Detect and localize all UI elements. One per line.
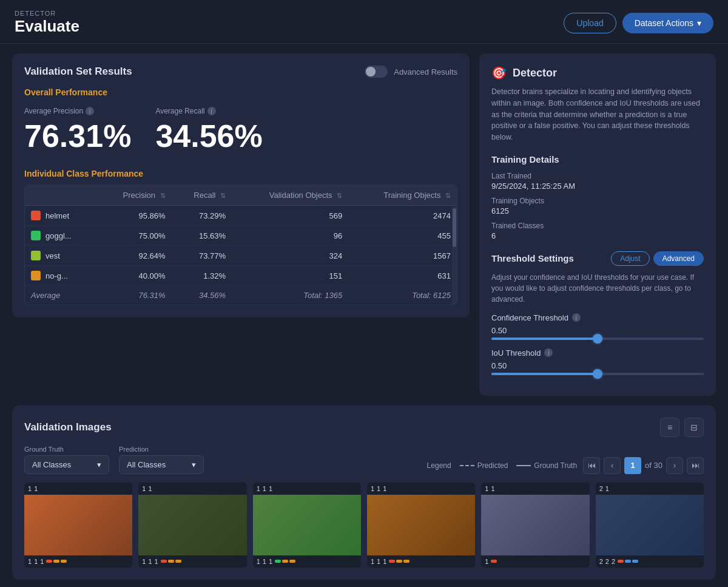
image-count-badge: 1 (485, 558, 488, 565)
image-color-dot (168, 560, 174, 563)
overall-perf-title: Overall Performance (24, 87, 457, 97)
legend-row: Legend Predicted Ground Truth (427, 461, 577, 470)
scrollbar[interactable] (452, 207, 457, 305)
ground-truth-legend-label: Ground Truth (534, 461, 577, 470)
confidence-label-row: Confidence Threshold i (491, 313, 704, 322)
page-subtitle: DETECTOR (15, 10, 79, 17)
image-badge: 1 (371, 485, 374, 492)
image-color-dot (46, 560, 52, 563)
avg-precision-cell: 76.31% (96, 286, 171, 305)
image-placeholder (596, 495, 704, 555)
avg-precision-label: Average Precision i (24, 107, 131, 115)
image-dot-row (275, 560, 295, 563)
confidence-info-icon[interactable]: i (572, 313, 581, 322)
image-bottom-bar: 222 (596, 555, 704, 568)
image-dot-row (161, 560, 181, 563)
advanced-results-toggle[interactable] (365, 66, 388, 78)
training-objects-row: Training Objects 6125 (491, 197, 704, 215)
pagination-row: ⏮ ‹ 1 of 30 › ⏭ (583, 457, 704, 474)
chevron-down-icon: ▾ (192, 460, 196, 469)
col-recall: Recall ⇅ (172, 185, 232, 206)
threshold-header: Threshold Settings Adjust Advanced (491, 251, 704, 266)
image-badge: 1 (383, 485, 386, 492)
prev-page-button[interactable]: ‹ (604, 457, 621, 474)
ground-truth-select[interactable]: All Classes ▾ (24, 455, 109, 474)
image-bottom-bar: 111 (138, 555, 246, 568)
image-badge: 1 (34, 485, 38, 492)
adjust-button[interactable]: Adjust (611, 251, 649, 266)
image-color-dot (161, 560, 167, 563)
training-details-title: Training Details (491, 154, 704, 165)
images-controls: ≡ ⊟ (660, 418, 704, 437)
iou-slider-thumb[interactable] (593, 369, 602, 379)
iou-label-row: IoU Threshold i (491, 348, 704, 358)
advanced-button[interactable]: Advanced (653, 251, 704, 266)
image-placeholder (367, 495, 475, 555)
confidence-threshold-name: Confidence Threshold (491, 313, 568, 322)
image-badge: 1 (263, 485, 266, 492)
trained-classes-value: 6 (491, 231, 704, 240)
image-color-dot (491, 560, 497, 563)
detector-title: Detector (513, 67, 557, 80)
confidence-slider-thumb[interactable] (593, 334, 602, 344)
image-count-badge: 1 (263, 558, 266, 565)
precision-cell: 75.00% (96, 226, 171, 246)
scroll-thumb (453, 208, 456, 247)
training-objects-value: 6125 (491, 206, 704, 215)
next-page-button[interactable]: › (666, 457, 683, 474)
class-cell: helmet (25, 206, 96, 226)
header-left: DETECTOR Evaluate (15, 10, 79, 36)
table-row: goggl... 75.00% 15.63% 96 455 (25, 226, 457, 246)
predicted-legend-item: Predicted (460, 461, 508, 470)
image-color-dot (403, 560, 410, 563)
images-header: Validation Images ≡ ⊟ (24, 418, 704, 437)
image-color-dot (282, 560, 288, 563)
list-view-button[interactable]: ≡ (660, 418, 679, 437)
train-objects-cell: 1567 (348, 246, 457, 266)
image-placeholder (138, 495, 246, 555)
first-page-button[interactable]: ⏮ (583, 457, 600, 474)
validation-header: Validation Set Results Advanced Results (24, 66, 457, 78)
prediction-select[interactable]: All Classes ▾ (119, 455, 204, 474)
image-badge: 1 (377, 485, 380, 492)
image-dot-row (618, 560, 638, 563)
class-table-body: helmet 95.86% 73.29% 569 2474 goggl... 7… (25, 206, 457, 305)
trained-classes-row: Trained Classes 6 (491, 222, 704, 240)
image-bottom-bar: 111 (367, 555, 475, 568)
class-cell: goggl... (25, 226, 96, 246)
avg-recall-label: Average Recall i (155, 107, 262, 115)
upload-button[interactable]: Upload (564, 13, 616, 33)
chevron-down-icon: ▾ (697, 18, 701, 28)
iou-info-icon[interactable]: i (544, 348, 553, 357)
threshold-title: Threshold Settings (491, 253, 574, 263)
iou-slider-track (491, 373, 704, 375)
recall-cell: 15.63% (172, 226, 232, 246)
recall-cell: 73.77% (172, 246, 232, 266)
image-color-dot (389, 560, 395, 563)
detector-card: 🎯 Detector Detector brains specialize in… (479, 53, 716, 396)
avg-precision-info-icon[interactable]: i (86, 107, 94, 115)
detector-header: 🎯 Detector (491, 66, 704, 80)
avg-recall-info-icon[interactable]: i (207, 107, 216, 115)
image-color-dot (61, 560, 67, 563)
avg-class-cell: Average (25, 286, 96, 305)
image-card[interactable]: 21222 (596, 483, 704, 568)
image-card[interactable]: 11111 (138, 483, 246, 568)
last-page-button[interactable]: ⏭ (687, 457, 704, 474)
predicted-legend-label: Predicted (477, 461, 508, 470)
page-header: DETECTOR Evaluate Upload Dataset Actions… (0, 0, 728, 44)
threshold-buttons: Adjust Advanced (611, 251, 704, 266)
dataset-actions-button[interactable]: Dataset Actions ▾ (622, 13, 713, 33)
image-dot-row (491, 560, 497, 563)
avg-precision-block: Average Precision i 76.31% (24, 107, 131, 154)
grid-view-button[interactable]: ⊟ (684, 418, 704, 437)
image-card[interactable]: 111111 (253, 483, 361, 568)
prediction-filter-label: Prediction (119, 446, 204, 453)
last-trained-row: Last Trained 9/25/2024, 11:25:25 AM (491, 172, 704, 191)
image-count-badge: 1 (383, 558, 386, 565)
image-bottom-bar: 111 (24, 555, 132, 568)
image-card[interactable]: 11111 (24, 483, 132, 568)
image-card[interactable]: 111111 (367, 483, 475, 568)
image-card[interactable]: 111 (481, 483, 589, 568)
image-color-dot (289, 560, 295, 563)
